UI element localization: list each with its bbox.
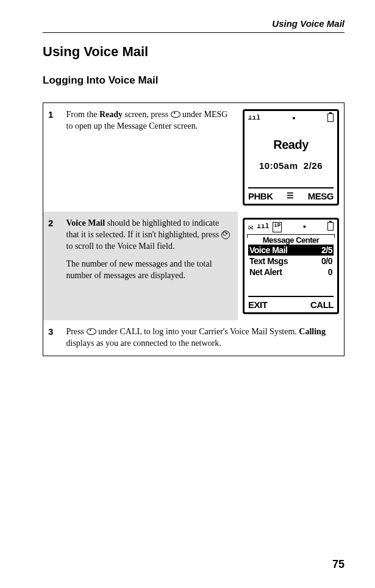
page-number: 75 (332, 558, 345, 571)
message-center-title: Message Center (247, 234, 335, 245)
screen-cell: ✉ ⊥ıl iP ▪ Message Center Voice Mail 2/5… (238, 212, 345, 320)
text-fragment: From the (66, 110, 99, 119)
step-number: 1 (43, 103, 62, 212)
row-value: 2/5 (321, 245, 332, 255)
date-text: 2/26 (304, 160, 323, 171)
row-label: Text Msgs (249, 256, 288, 266)
step-paragraph: The number of new messages and the total… (66, 259, 234, 282)
phone-screen-ready: ⊥ıl ▪ Ready 10:05am 2/26 PHBK ☰ MESG (243, 109, 339, 206)
mail-icon: ✉ (248, 222, 253, 232)
row-value: 0/0 (321, 256, 332, 266)
step-number: 3 (43, 320, 62, 356)
bold-text: Ready (99, 110, 123, 119)
page-subtitle: Logging Into Voice Mail (43, 74, 345, 87)
text-fragment: under CALL to log into your Carrier's Vo… (96, 327, 299, 336)
softkey-left: EXIT (248, 299, 267, 310)
mc-row-textmsgs: Text Msgs 0/0 (248, 256, 334, 267)
softkey-right: MESG (308, 191, 334, 201)
phone-screen-message-center: ✉ ⊥ıl iP ▪ Message Center Voice Mail 2/5… (243, 218, 339, 314)
mc-row-netalert: Net Alert 0 (248, 267, 334, 278)
softkey-right: CALL (310, 299, 334, 310)
step-number: 2 (43, 212, 62, 320)
status-indicator: ▪ (291, 113, 296, 123)
time-text: 10:05am (259, 160, 298, 171)
text-fragment: to scroll to the Voice Mail field. (66, 242, 175, 251)
signal-icon: ⊥ıl (257, 222, 269, 232)
step-text: Voice Mail should be highlighted to indi… (62, 212, 238, 320)
step-row-3: 3 Press under CALL to log into your Carr… (43, 320, 345, 356)
screen-cell: ⊥ıl ▪ Ready 10:05am 2/26 PHBK ☰ MESG (238, 103, 345, 212)
softkey-mid-icon: ☰ (287, 191, 294, 201)
text-fragment: displays as you are connected to the net… (66, 339, 221, 348)
scroll-key-icon (221, 231, 230, 239)
bold-text: Voice Mail (66, 218, 105, 228)
page-title: Using Voice Mail (43, 44, 345, 60)
ip-icon: iP (273, 222, 282, 232)
step-text: Press under CALL to log into your Carrie… (62, 320, 345, 356)
row-value: 0 (328, 267, 332, 277)
row-label: Net Alert (249, 267, 282, 277)
battery-icon (327, 113, 334, 122)
battery-icon (327, 222, 334, 231)
step-row-1: 1 From the Ready screen, press under MES… (43, 103, 345, 212)
signal-icon: ⊥ıl (248, 113, 260, 121)
step-text: From the Ready screen, press under MESG … (62, 103, 238, 212)
running-header: Using Voice Mail (43, 18, 345, 29)
text-fragment: screen, press (123, 110, 171, 119)
softkey-icon (171, 111, 180, 118)
status-indicator: ▪ (302, 222, 307, 232)
ready-label: Ready (248, 138, 334, 152)
mc-row-voicemail: Voice Mail 2/5 (248, 245, 334, 256)
header-rule (43, 32, 345, 33)
bold-text: Calling (299, 327, 326, 336)
steps-table: 1 From the Ready screen, press under MES… (43, 102, 345, 356)
softkey-icon (87, 328, 96, 335)
row-label: Voice Mail (249, 245, 287, 255)
step-row-2: 2 Voice Mail should be highlighted to in… (43, 212, 345, 320)
softkey-left: PHBK (248, 191, 273, 201)
text-fragment: Press (66, 327, 87, 336)
